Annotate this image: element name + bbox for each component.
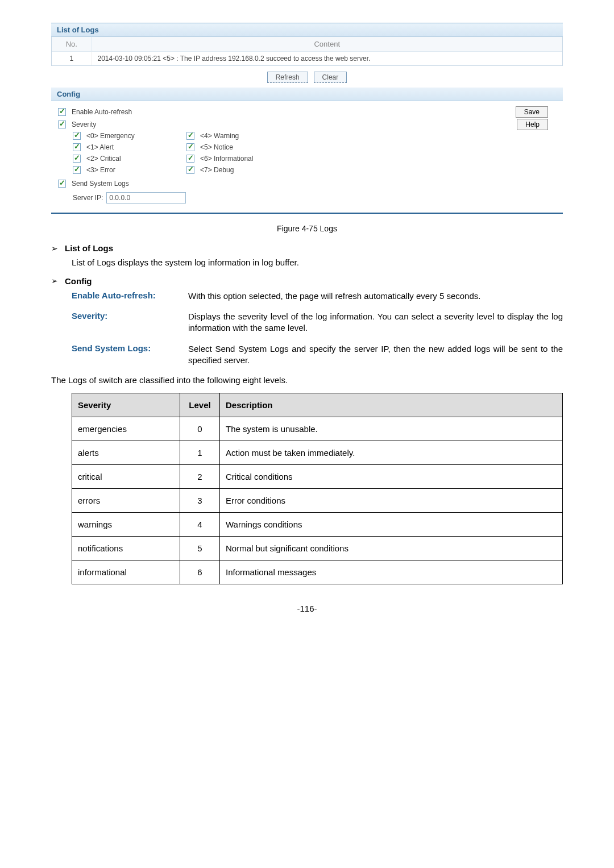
levels-th-severity: Severity [72, 393, 180, 417]
sev-5-label: <5> Notice [200, 143, 233, 151]
table-row: critical2Critical conditions [72, 465, 563, 489]
sev-7-checkbox[interactable] [186, 166, 194, 174]
config-section: Enable Auto-refresh Save Severity Help <… [51, 101, 563, 213]
levels-intro: The Logs of switch are classified into t… [51, 375, 563, 385]
table-row: errors3Error conditions [72, 489, 563, 513]
log-buttons-row: Refresh Clear [51, 66, 563, 88]
logs-screenshot: List of Logs No. Content 1 2014-03-10 09… [51, 23, 563, 214]
server-ip-row: Server IP: [73, 192, 556, 203]
sev-3-checkbox[interactable] [73, 166, 81, 174]
severity-row: Severity Help [58, 118, 556, 131]
config-header: Config [51, 88, 563, 101]
table-row: alerts1Action must be taken immediately. [72, 441, 563, 465]
sev-3-label: <3> Error [86, 166, 115, 174]
def-desc: With this option selected, the page will… [188, 290, 480, 302]
table-row: 1 2014-03-10 09:05:21 <5> : The IP addre… [52, 52, 562, 66]
def-send-system-logs: Send System Logs: Select Send System Log… [72, 343, 563, 367]
def-severity: Severity: Displays the severity level of… [72, 311, 563, 334]
levels-th-level: Level [180, 393, 220, 417]
send-system-logs-row: Send System Logs [58, 177, 556, 190]
sev-2-label: <2> Critical [86, 155, 121, 163]
config-title: Config [65, 276, 92, 286]
def-desc: Displays the severity level of the log i… [188, 311, 563, 334]
log-content: 2014-03-10 09:05:21 <5> : The IP address… [92, 52, 562, 66]
server-ip-input[interactable] [106, 192, 186, 203]
sev-4-checkbox[interactable] [186, 132, 194, 140]
log-col-content: Content [92, 37, 562, 52]
sev-1-checkbox[interactable] [73, 143, 81, 151]
bullet-icon: ➢ [51, 276, 58, 285]
def-term: Send System Logs: [72, 343, 188, 367]
list-of-logs-text: List of Logs displays the system log inf… [72, 258, 563, 268]
def-term: Enable Auto-refresh: [72, 290, 188, 302]
server-ip-label: Server IP: [73, 194, 103, 202]
levels-th-description: Description [220, 393, 563, 417]
refresh-button[interactable]: Refresh [267, 72, 308, 83]
def-enable-auto-refresh: Enable Auto-refresh: With this option se… [72, 290, 563, 302]
enable-auto-refresh-row: Enable Auto-refresh Save [58, 106, 556, 118]
config-section-header: ➢ Config [51, 276, 563, 286]
sev-6-checkbox[interactable] [186, 155, 194, 163]
sev-0-checkbox[interactable] [73, 132, 81, 140]
table-row: warnings4Warnings conditions [72, 513, 563, 537]
logs-table: No. Content 1 2014-03-10 09:05:21 <5> : … [52, 37, 562, 65]
list-of-logs-title: List of Logs [65, 243, 113, 253]
logs-table-wrap: No. Content 1 2014-03-10 09:05:21 <5> : … [51, 37, 563, 66]
sev-5-checkbox[interactable] [186, 143, 194, 151]
figure-caption: Figure 4-75 Logs [51, 224, 563, 233]
severity-checkbox[interactable] [58, 121, 66, 128]
list-of-logs-header: List of Logs [51, 23, 563, 37]
sev-0-label: <0> Emergency [86, 132, 135, 140]
send-system-logs-label: Send System Logs [72, 180, 129, 188]
def-term: Severity: [72, 311, 188, 334]
clear-button[interactable]: Clear [314, 72, 347, 83]
enable-auto-refresh-label: Enable Auto-refresh [72, 108, 132, 116]
table-row: notifications5Normal but significant con… [72, 537, 563, 560]
table-row: emergencies0The system is unusable. [72, 417, 563, 441]
levels-table: Severity Level Description emergencies0T… [72, 393, 563, 584]
severity-label: Severity [72, 121, 96, 128]
def-desc: Select Send System Logs and specify the … [188, 343, 563, 367]
log-no: 1 [52, 52, 92, 66]
severity-grid: <0> Emergency <4> Warning <1> Alert <5> … [73, 132, 556, 174]
send-system-logs-checkbox[interactable] [58, 180, 66, 188]
save-button[interactable]: Save [516, 106, 548, 118]
list-of-logs-section-header: ➢ List of Logs [51, 243, 563, 253]
bullet-icon: ➢ [51, 244, 58, 253]
sev-6-label: <6> Informational [200, 155, 253, 163]
sev-2-checkbox[interactable] [73, 155, 81, 163]
sev-1-label: <1> Alert [86, 143, 114, 151]
table-row: informational6Informational messages [72, 560, 563, 584]
page-number: -116- [51, 604, 563, 613]
log-col-no: No. [52, 37, 92, 52]
help-button[interactable]: Help [517, 119, 548, 130]
sev-7-label: <7> Debug [200, 166, 234, 174]
enable-auto-refresh-checkbox[interactable] [58, 108, 66, 116]
sev-4-label: <4> Warning [200, 132, 239, 140]
